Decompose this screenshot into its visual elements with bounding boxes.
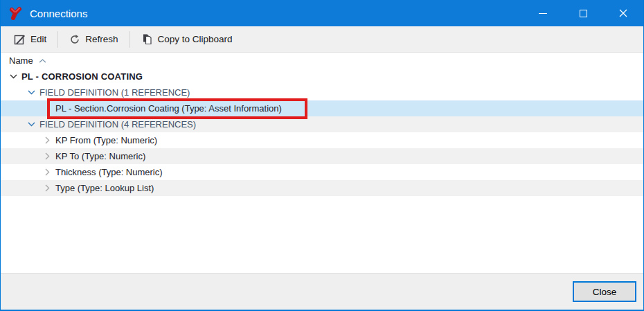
app-logo-icon [7, 5, 24, 21]
refresh-button[interactable]: Refresh [62, 29, 125, 50]
tree-row-label: FIELD DEFINITION (4 REFERENCES) [39, 119, 196, 130]
minimize-button[interactable] [523, 0, 563, 26]
toolbar-separator [129, 31, 130, 48]
edit-button[interactable]: Edit [6, 28, 54, 50]
column-header-name[interactable]: Name [1, 53, 643, 69]
tree-row[interactable]: Thickness (Type: Numeric) [1, 164, 643, 180]
tree-row-label: Type (Type: Lookup List) [55, 183, 154, 193]
refresh-button-label: Refresh [85, 34, 118, 44]
maximize-button[interactable] [563, 0, 603, 26]
close-button[interactable]: Close [573, 281, 636, 302]
footer-bar: Close [1, 273, 643, 310]
sort-ascending-icon [39, 59, 46, 63]
tree-row-label: KP From (Type: Numeric) [55, 135, 157, 145]
chevron-right-icon[interactable] [43, 152, 51, 161]
tree-row[interactable]: KP From (Type: Numeric) [1, 132, 643, 148]
tree-row-label: FIELD DEFINITION (1 REFERENCE) [39, 87, 190, 98]
chevron-right-icon[interactable] [43, 168, 51, 177]
window-controls [523, 0, 643, 26]
titlebar: Connections [1, 0, 643, 26]
chevron-down-icon[interactable] [27, 121, 35, 129]
edit-button-label: Edit [30, 34, 46, 44]
toolbar-separator [57, 31, 58, 48]
tree-row[interactable]: FIELD DEFINITION (4 REFERENCES) [1, 116, 643, 132]
tree-row-label: KP To (Type: Numeric) [55, 151, 145, 161]
minimize-icon [539, 13, 547, 14]
chevron-right-icon[interactable] [43, 184, 51, 193]
tree-row-label: Thickness (Type: Numeric) [55, 167, 163, 177]
window-title: Connections [30, 8, 87, 19]
copy-icon [141, 33, 153, 45]
column-header-label: Name [9, 55, 33, 66]
refresh-icon [69, 34, 80, 45]
chevron-down-icon[interactable] [27, 89, 35, 97]
chevron-down-icon[interactable] [9, 73, 17, 81]
tree-rows: PL - CORROSION COATING FIELD DEFINITION … [1, 69, 643, 196]
maximize-icon [580, 10, 587, 17]
copy-to-clipboard-button[interactable]: Copy to Clipboard [134, 28, 240, 50]
edit-icon [14, 33, 26, 45]
tree-row[interactable]: PL - CORROSION COATING [1, 69, 643, 85]
connections-dialog: Connections Edit R [0, 0, 644, 311]
tree-row-label: PL - CORROSION COATING [21, 71, 143, 82]
chevron-right-icon[interactable] [43, 136, 51, 145]
close-icon [619, 9, 627, 17]
close-window-button[interactable] [603, 0, 643, 26]
tree-row[interactable]: KP To (Type: Numeric) [1, 148, 643, 164]
copy-to-clipboard-button-label: Copy to Clipboard [158, 34, 233, 44]
tree-row[interactable]: Type (Type: Lookup List) [1, 180, 643, 196]
connections-tree: PL - CORROSION COATING FIELD DEFINITION … [1, 69, 643, 273]
chevron-spacer [43, 105, 51, 113]
toolbar: Edit Refresh Copy to Clipboard [1, 26, 643, 53]
tree-row-label: PL - Section.Corrosion Coating (Type: As… [55, 103, 282, 114]
tree-row[interactable]: PL - Section.Corrosion Coating (Type: As… [1, 100, 643, 116]
tree-row[interactable]: FIELD DEFINITION (1 REFERENCE) [1, 85, 643, 100]
